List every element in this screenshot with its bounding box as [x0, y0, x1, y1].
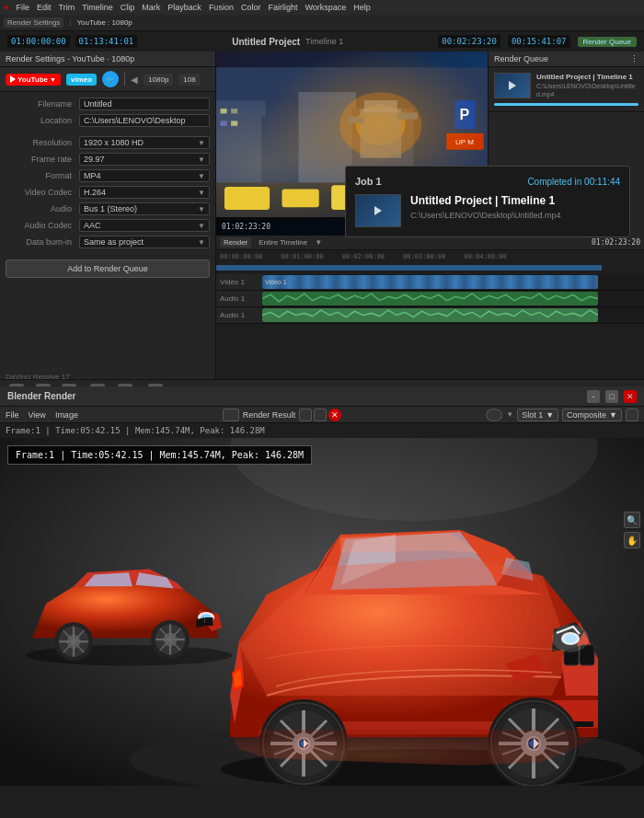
audiocodec-label: Audio Codec — [6, 221, 79, 230]
panel-title-render-settings: Render Settings - YouTube · 1080p — [0, 52, 215, 67]
render-queue-btn[interactable]: Render Queue — [578, 37, 637, 47]
job-path: C:\Users\LENOVO\Desktop\Untitled.mp4 — [410, 211, 620, 220]
menu-help[interactable]: Help — [353, 3, 371, 12]
audiocodec-dropdown-arrow: ▼ — [198, 222, 205, 230]
timecode-center: 01:13:41:01 — [75, 35, 138, 48]
job-popup: Job 1 Completed in 00:11:44 Untitled Pro… — [345, 166, 630, 237]
blender-menu-image[interactable]: Image — [55, 410, 78, 420]
format-value: MP4 — [84, 171, 101, 180]
menu-fairlight[interactable]: Fairlight — [268, 3, 297, 12]
menu-clip[interactable]: Clip — [121, 3, 135, 12]
timeline-dropdown[interactable]: ▼ — [315, 238, 322, 247]
audio-track-1: Audio 1 — [216, 291, 644, 307]
composite-label: Composite — [567, 410, 606, 420]
queue-item-info: Untitled Project | Timeline 1 C:\Users\L… — [536, 73, 638, 99]
render-close-icon[interactable]: ✕ — [328, 409, 341, 421]
timeline-render-tab[interactable]: Render — [220, 237, 251, 248]
davinci-version-label: DaVinci Resolve 17 — [6, 373, 70, 379]
waveform2-svg — [262, 308, 598, 322]
video-track-1: Video 1 Video 1 — [216, 274, 644, 291]
render-progress-bar — [494, 103, 638, 106]
yt-dropdown-arrow[interactable]: ▼ — [50, 76, 56, 83]
audio-track-2-label: Audio 1 — [216, 307, 262, 323]
render-icon-2[interactable] — [314, 409, 327, 421]
form-row-location: Location C:\Users\LENOVO\Desktop — [0, 112, 215, 129]
format-label: Format — [6, 171, 79, 180]
job-info: Untitled Project | Timeline 1 C:\Users\L… — [410, 194, 620, 220]
databurnin-value: Same as project — [84, 237, 144, 247]
location-value[interactable]: C:\Users\LENOVO\Desktop — [79, 114, 210, 127]
audio-dropdown[interactable]: Bus 1 (Stereo) ▼ — [79, 202, 210, 215]
render-icon-1[interactable] — [299, 409, 312, 421]
render-settings-label[interactable]: Render Settings — [4, 17, 63, 28]
render-queue-item-1: Untitled Project | Timeline 1 C:\Users\L… — [489, 67, 644, 112]
render-queue-title: Render Queue ⋮ — [489, 52, 644, 67]
car-scene: Frame:1 | Time:05:42.15 | Mem:145.74M, P… — [0, 438, 644, 786]
job-status: Completed in 00:11:44 — [527, 177, 620, 187]
menu-file[interactable]: File — [16, 3, 29, 12]
audiocodec-value: AAC — [84, 221, 101, 230]
render-queue-options[interactable]: ⋮ — [630, 54, 638, 63]
blender-menu-view[interactable]: View — [29, 410, 46, 420]
format-dropdown[interactable]: MP4 ▼ — [79, 169, 210, 182]
menu-color[interactable]: Color — [241, 3, 261, 12]
resolution-dropdown[interactable]: 1920 x 1080 HD ▼ — [79, 136, 210, 149]
queue-play-icon — [509, 81, 516, 90]
render-progress-fill — [494, 103, 638, 106]
databurnin-dropdown[interactable]: Same as project ▼ — [79, 236, 210, 248]
audio-track-content — [262, 291, 644, 306]
resolution-label: Resolution — [6, 138, 79, 147]
menu-trim[interactable]: Trim — [58, 3, 75, 12]
form-row-filename: Filename Untitled — [0, 96, 215, 112]
vimeo-badge[interactable]: vimeo — [66, 74, 97, 86]
status-text: Frame:1 | Time:05:42.15 | Mem:145.74M, P… — [6, 426, 265, 435]
blender-status-bar: Frame:1 | Time:05:42.15 | Mem:145.74M, P… — [0, 423, 644, 438]
maximize-button[interactable]: □ — [605, 390, 618, 403]
render-action-icons: ✕ — [299, 409, 341, 421]
separator — [124, 73, 125, 86]
render-result-area: Render Result ✕ — [223, 409, 342, 421]
composite-dropdown[interactable]: Composite ▼ — [562, 409, 622, 421]
hand-tool-btn[interactable]: ✋ — [624, 532, 640, 548]
queue-item-thumbnail — [494, 73, 531, 98]
videocodec-dropdown[interactable]: H.264 ▼ — [79, 186, 210, 199]
app-icon: ● — [4, 3, 8, 12]
timecode-right: 00:02:23:20 — [438, 35, 500, 48]
timecode-duration: 00:15:41:07 — [508, 35, 570, 48]
menu-fusion[interactable]: Fusion — [209, 3, 234, 12]
zoom-tool-btn[interactable]: 🔍 — [624, 512, 640, 528]
form-row-videocodec: Video Codec H.264 ▼ — [0, 184, 215, 201]
menu-workspace[interactable]: Workspace — [305, 3, 346, 12]
audiocodec-dropdown[interactable]: AAC ▼ — [79, 219, 210, 232]
menu-mark[interactable]: Mark — [142, 3, 160, 12]
audio-track-label: Audio 1 — [216, 291, 262, 306]
form-row-format: Format MP4 ▼ — [0, 167, 215, 184]
form-row-databurnin: Data burn-in Same as project ▼ — [0, 234, 215, 250]
render-icon — [223, 409, 239, 421]
slot-arrow: ▼ — [546, 410, 554, 420]
youtube-label[interactable]: YouTube : 1080p — [76, 18, 132, 27]
framerate-dropdown[interactable]: 29.97 ▼ — [79, 153, 210, 166]
databurnin-label: Data burn-in — [6, 237, 79, 247]
videocodec-dropdown-arrow: ▼ — [198, 189, 205, 197]
framerate-value: 29.97 — [84, 155, 105, 164]
filename-value[interactable]: Untitled — [79, 98, 210, 110]
menu-edit[interactable]: Edit — [37, 3, 52, 12]
blender-menu-file[interactable]: File — [6, 410, 19, 420]
timeline-entire-tab[interactable]: Entire Timeline — [259, 238, 307, 247]
blender-window-title: Blender Render — [7, 391, 75, 401]
audio-value: Bus 1 (Stereo) — [84, 204, 137, 213]
minimize-button[interactable]: - — [587, 390, 600, 403]
slot-dropdown[interactable]: Slot 1 ▼ — [517, 409, 558, 421]
menu-timeline[interactable]: Timeline — [82, 3, 113, 12]
extra-icon[interactable] — [626, 409, 638, 421]
youtube-badge[interactable]: YouTube ▼ — [6, 74, 61, 86]
add-render-queue-button[interactable]: Add to Render Queue — [6, 259, 210, 278]
timeline-header: Render Entire Timeline ▼ 01:02:23:20 — [216, 236, 644, 250]
queue-item-title: Untitled Project | Timeline 1 — [536, 73, 638, 82]
left-panel-render-settings: Render Settings - YouTube · 1080p YouTub… — [0, 52, 216, 379]
queue-item-header: Untitled Project | Timeline 1 C:\Users\L… — [494, 73, 638, 99]
twitter-badge[interactable]: 🐦 — [102, 71, 119, 87]
close-button[interactable]: ✕ — [624, 390, 637, 403]
menu-playback[interactable]: Playback — [167, 3, 201, 12]
